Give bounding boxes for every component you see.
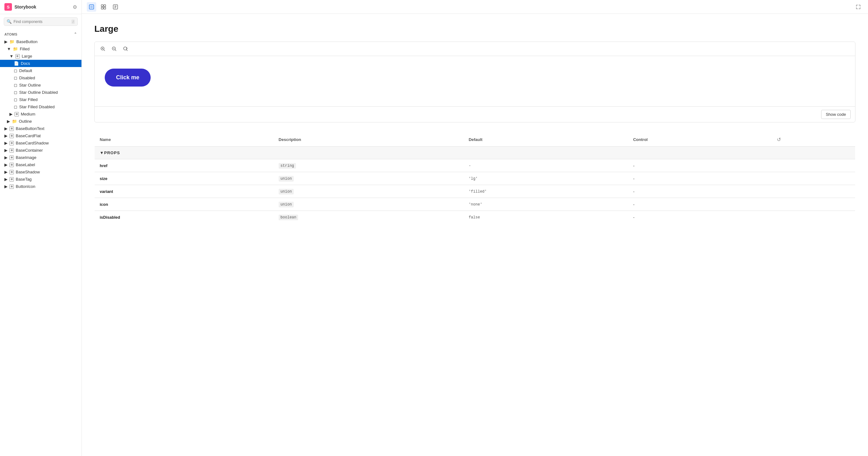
zoom-reset-button[interactable] xyxy=(121,45,130,53)
sidebar-item-outline[interactable]: ▶ 📁 Outline xyxy=(0,118,82,125)
props-table: Name Description Default Control ↺ ▼ xyxy=(94,133,856,224)
zoom-in-button[interactable] xyxy=(98,45,107,53)
svg-line-13 xyxy=(104,50,105,51)
sidebar-item-baseshadow[interactable]: ▶ ⊞ BaseShadow xyxy=(0,168,82,176)
expand-icon: ▶ xyxy=(4,177,7,181)
story-icon: ◻ xyxy=(14,83,17,87)
expand-icon: ▶ xyxy=(4,126,7,131)
prop-control: - xyxy=(633,202,634,207)
sidebar-item-basecardshadow[interactable]: ▶ ⊞ BaseCardShadow xyxy=(0,139,82,147)
sidebar-item-disabled[interactable]: ◻ Disabled xyxy=(0,74,82,82)
view-canvas-button[interactable] xyxy=(87,2,96,12)
expand-icon: ▶ xyxy=(7,119,10,124)
toolbar xyxy=(82,0,868,14)
page-title: Large xyxy=(94,24,856,34)
folder-icon: 📁 xyxy=(9,39,14,44)
expand-icon: ▼ xyxy=(7,47,11,51)
story-icon: ◻ xyxy=(14,90,17,95)
sidebar-item-basebutton[interactable]: ▶ 📁 BaseButton xyxy=(0,38,82,45)
component-icon: ⊞ xyxy=(9,184,14,189)
story-icon: ◻ xyxy=(14,97,17,102)
sidebar-item-star-outline[interactable]: ◻ Star Outline xyxy=(0,82,82,89)
expand-icon: ▶ xyxy=(4,134,7,138)
main-content: Large xyxy=(82,0,868,456)
view-outline-button[interactable] xyxy=(111,2,120,12)
sidebar-header: S Storybook ⚙ xyxy=(0,0,82,14)
sidebar-item-star-filled-disabled[interactable]: ◻ Star Filled Disabled xyxy=(0,103,82,111)
preview-toolbar xyxy=(95,42,855,56)
sidebar-item-basetag[interactable]: ▶ ⊞ BaseTag xyxy=(0,176,82,183)
search-bar[interactable]: 🔍 / xyxy=(4,17,78,26)
expand-icon: ▶ xyxy=(4,148,7,153)
expand-icon: ▶ xyxy=(4,141,7,145)
component-icon: ⊞ xyxy=(16,54,20,59)
sidebar-item-medium[interactable]: ▶ ⊞ Medium xyxy=(0,111,82,118)
sidebar-item-basecontainer[interactable]: ▶ ⊞ BaseContainer xyxy=(0,147,82,154)
docs-icon: 📄 xyxy=(14,61,19,66)
prop-control: - xyxy=(633,176,634,181)
toolbar-left xyxy=(87,2,120,12)
table-header-row: Name Description Default Control ↺ xyxy=(95,133,856,147)
props-section-row: ▼ PROPS xyxy=(95,147,856,159)
prop-default: 'filled' xyxy=(469,190,487,194)
storybook-logo-icon: S xyxy=(4,3,12,11)
component-icon: ⊞ xyxy=(9,134,14,138)
prop-name: isDisabled xyxy=(100,215,120,220)
component-icon: ⊞ xyxy=(9,170,14,174)
sidebar-item-basebuttontext[interactable]: ▶ ⊞ BaseButtonText xyxy=(0,125,82,132)
table-row: href string - - xyxy=(95,159,856,172)
table-row: icon union 'none' - xyxy=(95,198,856,211)
expand-icon: ▶ xyxy=(9,112,12,116)
sidebar-logo: S Storybook xyxy=(4,3,36,11)
component-icon: ⊞ xyxy=(9,148,14,153)
component-icon: ⊞ xyxy=(9,177,14,181)
sidebar-item-star-outline-disabled[interactable]: ◻ Star Outline Disabled xyxy=(0,89,82,96)
sidebar-item-filled[interactable]: ▼ 📁 Filled xyxy=(0,45,82,53)
svg-rect-2 xyxy=(101,5,103,7)
sidebar-item-buttonicon[interactable]: ▶ ⊞ ButtonIcon xyxy=(0,183,82,190)
outline-view-icon xyxy=(113,4,118,10)
sidebar-item-docs[interactable]: 📄 Docs xyxy=(0,60,82,67)
prop-default: false xyxy=(469,215,480,220)
sidebar-item-large[interactable]: ▼ ⊞ Large xyxy=(0,53,82,60)
preview-canvas: Click me xyxy=(95,56,855,106)
settings-icon[interactable]: ⚙ xyxy=(73,4,77,10)
show-code-button[interactable]: Show code xyxy=(821,110,851,119)
svg-rect-4 xyxy=(101,7,103,9)
component-icon: ⊞ xyxy=(9,163,14,167)
prop-control: - xyxy=(633,189,634,194)
search-shortcut: / xyxy=(71,20,75,24)
sidebar-item-baseimage[interactable]: ▶ ⊞ BaseImage xyxy=(0,154,82,161)
svg-rect-3 xyxy=(104,5,106,7)
view-grid-button[interactable] xyxy=(99,2,108,12)
prop-type: union xyxy=(279,202,294,207)
demo-click-me-button[interactable]: Click me xyxy=(105,68,151,87)
col-reset: ↺ xyxy=(772,133,856,147)
table-row: isDisabled boolean false - xyxy=(95,211,856,224)
col-description: Description xyxy=(274,133,464,147)
search-input[interactable] xyxy=(13,20,69,24)
prop-type: boolean xyxy=(279,215,298,220)
expand-icon: ▶ xyxy=(4,155,7,160)
zoom-out-button[interactable] xyxy=(110,45,119,53)
prop-control: - xyxy=(633,215,634,220)
content-area: Large xyxy=(82,14,868,456)
prop-type: union xyxy=(279,189,294,195)
table-row: variant union 'filled' - xyxy=(95,185,856,198)
sidebar-item-star-filled[interactable]: ◻ Star Filled xyxy=(0,96,82,103)
folder-icon: 📁 xyxy=(12,119,17,124)
component-icon: ⊞ xyxy=(9,141,14,145)
expand-button[interactable] xyxy=(854,2,863,12)
prop-default: 'none' xyxy=(469,202,482,207)
expand-icon: ▶ xyxy=(4,39,7,44)
prop-control: - xyxy=(633,163,634,168)
expand-icon: ▶ xyxy=(4,170,7,174)
sidebar-item-baselabel[interactable]: ▶ ⊞ BaseLabel xyxy=(0,161,82,168)
reset-all-button[interactable]: ↺ xyxy=(777,137,781,143)
expand-icon: ▶ xyxy=(4,184,7,189)
sidebar-item-default[interactable]: ◻ Default xyxy=(0,67,82,74)
table-row: size union 'lg' - xyxy=(95,172,856,185)
atoms-section-header[interactable]: ATOMS ⌃ xyxy=(0,30,82,38)
sidebar-item-basecardflat[interactable]: ▶ ⊞ BaseCardFlat xyxy=(0,132,82,139)
col-default: Default xyxy=(464,133,628,147)
